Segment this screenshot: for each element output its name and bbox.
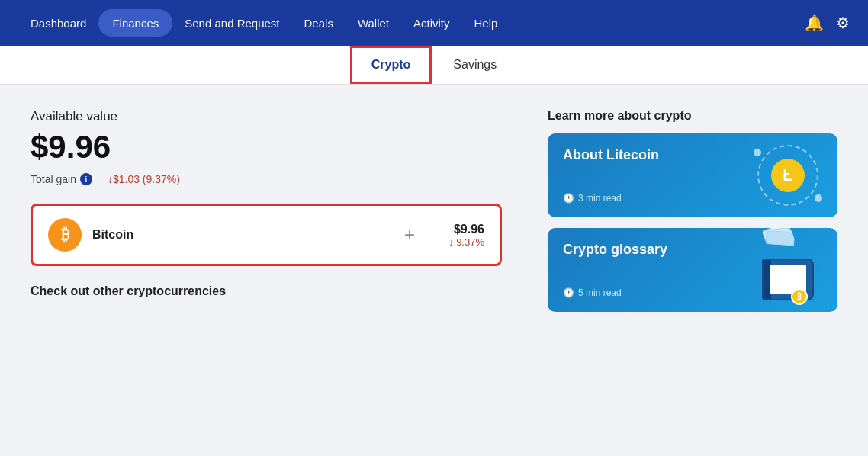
nav-help[interactable]: Help [462, 0, 510, 46]
left-panel: Available value $9.96 Total gain i ↓$1.0… [31, 109, 502, 437]
ltc-dot2 [815, 194, 822, 202]
nav-finances[interactable]: Finances [98, 9, 172, 37]
available-value: $9.96 [31, 129, 502, 165]
ltc-dot1 [754, 149, 761, 156]
total-gain-info-icon[interactable]: i [80, 173, 92, 185]
book-graphic: ₿ [754, 239, 822, 300]
crypto-glossary-illustration: ₿ [738, 228, 837, 312]
crypto-glossary-card[interactable]: Crypto glossary 🕐 5 min read [548, 228, 837, 312]
main-content: Available value $9.96 Total gain i ↓$1.0… [0, 85, 868, 452]
available-label: Available value [31, 109, 502, 124]
bitcoin-usd-value: $9.96 [448, 223, 484, 236]
clock-icon-2: 🕐 [563, 287, 574, 298]
nav-activity[interactable]: Activity [401, 0, 462, 46]
crypto-glossary-content: Crypto glossary 🕐 5 min read [548, 228, 738, 312]
bitcoin-icon: ₿ [48, 218, 82, 252]
litecoin-graphic: Ł [750, 145, 826, 206]
bitcoin-add-button[interactable]: + [404, 224, 415, 246]
nav-dashboard[interactable]: Dashboard [18, 0, 98, 46]
total-gain-row: Total gain i ↓$1.03 (9.37%) [31, 173, 502, 185]
about-litecoin-time: 🕐 3 min read [563, 193, 723, 204]
subnav-savings[interactable]: Savings [432, 46, 518, 84]
fan-page-3 [767, 230, 795, 246]
navbar: Dashboard Finances Send and Request Deal… [0, 0, 868, 46]
settings-gear-icon[interactable]: ⚙ [836, 14, 850, 32]
about-litecoin-title: About Litecoin [563, 147, 723, 163]
about-litecoin-content: About Litecoin 🕐 3 min read [548, 133, 738, 217]
bitcoin-name: Bitcoin [92, 228, 371, 242]
crypto-glossary-time: 🕐 5 min read [563, 287, 723, 298]
crypto-glossary-title: Crypto glossary [563, 242, 723, 258]
bitcoin-value-col: $9.96 ↓ 9.37% [448, 223, 484, 248]
notification-bell-icon[interactable]: 🔔 [805, 14, 824, 32]
right-panel: Learn more about crypto About Litecoin 🕐… [548, 109, 837, 437]
nav-icons: 🔔 ⚙ [805, 14, 850, 32]
total-gain-value: ↓$1.03 (9.37%) [108, 173, 180, 185]
total-gain-label: Total gain i [31, 173, 92, 185]
bitcoin-card[interactable]: ₿ Bitcoin + $9.96 ↓ 9.37% [31, 204, 502, 266]
book-fan [761, 229, 799, 244]
about-litecoin-illustration: Ł [738, 133, 837, 217]
learn-more-label: Learn more about crypto [548, 109, 837, 123]
book-coin: ₿ [791, 288, 808, 305]
subnav-crypto[interactable]: Crypto [350, 46, 432, 84]
check-other-label: Check out other cryptocurrencies [31, 284, 502, 298]
bitcoin-pct-value: ↓ 9.37% [448, 236, 484, 248]
subnav: Crypto Savings [0, 46, 868, 85]
nav-deals[interactable]: Deals [292, 0, 346, 46]
about-litecoin-card[interactable]: About Litecoin 🕐 3 min read Ł [548, 133, 837, 217]
ltc-coin: Ł [771, 159, 805, 192]
book-body: ₿ [762, 259, 814, 300]
nav-send-request[interactable]: Send and Request [172, 0, 291, 46]
nav-wallet[interactable]: Wallet [346, 0, 401, 46]
clock-icon: 🕐 [563, 193, 574, 204]
